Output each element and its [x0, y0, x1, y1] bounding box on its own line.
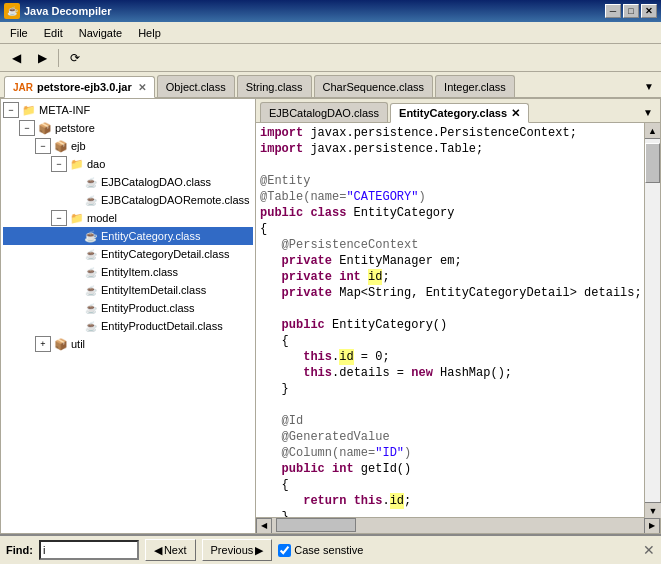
code-line-1: import javax.persistence.PersistenceCont…	[260, 125, 640, 141]
code-line-2: import javax.persistence.Table;	[260, 141, 640, 157]
title-controls[interactable]: ─ □ ✕	[605, 4, 657, 18]
file-tab-string[interactable]: String.class	[237, 75, 312, 97]
tree-toggle-model[interactable]: −	[51, 210, 67, 226]
tree-toggle-ejb[interactable]: −	[35, 138, 51, 154]
code-tab-ejbcatalogdao[interactable]: EJBCatalogDAO.class	[260, 102, 388, 122]
tree-node-petstore[interactable]: − 📦 petstore	[3, 119, 253, 137]
scrollbar-down-btn[interactable]: ▼	[645, 502, 660, 517]
prev-button-label: Next	[164, 544, 187, 556]
tree-label-entityitemdetail: EntityItemDetail.class	[101, 284, 206, 296]
hscroll-track[interactable]	[272, 518, 644, 533]
refresh-button[interactable]: ⟳	[63, 47, 87, 69]
code-tab-entitycategory[interactable]: EntityCategory.class ✕	[390, 103, 529, 123]
tree-label-entitycategorydetail: EntityCategoryDetail.class	[101, 248, 229, 260]
code-view[interactable]: import javax.persistence.PersistenceCont…	[256, 123, 644, 517]
code-line-20: @GeneratedValue	[260, 429, 640, 445]
code-line-18	[260, 397, 640, 413]
prev-button[interactable]: ◀ Next	[145, 539, 196, 561]
tree-node-entitycategory[interactable]: ☕ EntityCategory.class	[3, 227, 253, 245]
back-button[interactable]: ◀	[4, 47, 28, 69]
tree-toggle-util[interactable]: +	[35, 336, 51, 352]
file-tab-charseq-label: CharSequence.class	[323, 81, 425, 93]
code-line-14: {	[260, 333, 640, 349]
menu-navigate[interactable]: Navigate	[71, 25, 130, 41]
menu-edit[interactable]: Edit	[36, 25, 71, 41]
tree-label-entitycategory: EntityCategory.class	[101, 230, 200, 242]
file-tabs-dropdown[interactable]: ▼	[641, 75, 657, 97]
next-button[interactable]: Previous ▶	[202, 539, 273, 561]
hscroll-left-btn[interactable]: ◀	[256, 518, 272, 534]
case-sensitive-label: Case senstive	[294, 544, 363, 556]
tree-node-ejb[interactable]: − 📦 ejb	[3, 137, 253, 155]
tree-node-model[interactable]: − 📁 model	[3, 209, 253, 227]
tree-label-petstore: petstore	[55, 122, 95, 134]
scrollbar-up-btn[interactable]: ▲	[645, 123, 660, 139]
tree-panel[interactable]: − 📁 META-INF − 📦 petstore − 📦 ejb − 📁 da…	[1, 99, 256, 533]
find-label: Find:	[6, 544, 33, 556]
tree-node-meta-inf[interactable]: − 📁 META-INF	[3, 101, 253, 119]
tree-node-entityitemdetail[interactable]: ☕ EntityItemDetail.class	[3, 281, 253, 299]
class-icon: ☕	[83, 174, 99, 190]
hscroll-thumb[interactable]	[276, 518, 356, 532]
tree-toggle-dao[interactable]: −	[51, 156, 67, 172]
file-tab-charseq[interactable]: CharSequence.class	[314, 75, 434, 97]
tree-node-entityproductdetail[interactable]: ☕ EntityProductDetail.class	[3, 317, 253, 335]
code-tabs: EJBCatalogDAO.class EntityCategory.class…	[256, 99, 660, 123]
toolbar-separator	[58, 49, 59, 67]
jar-icon: JAR	[13, 82, 33, 93]
case-sensitive-checkbox[interactable]	[278, 544, 291, 557]
code-line-24: return this.id;	[260, 493, 640, 509]
forward-button[interactable]: ▶	[30, 47, 54, 69]
maximize-button[interactable]: □	[623, 4, 639, 18]
tree-node-entityproduct[interactable]: ☕ EntityProduct.class	[3, 299, 253, 317]
code-tab-ejbcatalogdao-label: EJBCatalogDAO.class	[269, 107, 379, 119]
tree-node-util[interactable]: + 📦 util	[3, 335, 253, 353]
folder-icon-model: 📁	[69, 210, 85, 226]
code-tabs-dropdown[interactable]: ▼	[640, 102, 656, 122]
app-icon: ☕	[4, 3, 20, 19]
code-line-4: @Entity	[260, 173, 640, 189]
file-tab-jar-close[interactable]: ✕	[138, 82, 146, 93]
code-scrollbar[interactable]: ▲ ▼	[644, 123, 660, 517]
menu-help[interactable]: Help	[130, 25, 169, 41]
file-tab-integer[interactable]: Integer.class	[435, 75, 515, 97]
class-icon-entitycategory: ☕	[83, 228, 99, 244]
package-icon-util: 📦	[53, 336, 69, 352]
file-tab-string-label: String.class	[246, 81, 303, 93]
code-line-23: {	[260, 477, 640, 493]
class-icon-remote: ☕	[83, 192, 99, 208]
code-line-10: private int id;	[260, 269, 640, 285]
tree-toggle-petstore[interactable]: −	[19, 120, 35, 136]
tree-node-ejbcatalogdao[interactable]: ☕ EJBCatalogDAO.class	[3, 173, 253, 191]
file-tab-object[interactable]: Object.class	[157, 75, 235, 97]
tree-label-model: model	[87, 212, 117, 224]
find-close-button[interactable]: ✕	[643, 542, 655, 558]
file-tab-jar[interactable]: JAR petstore-ejb3.0.jar ✕	[4, 76, 155, 98]
menu-file[interactable]: File	[2, 25, 36, 41]
tree-toggle-meta-inf[interactable]: −	[3, 102, 19, 118]
tree-node-ejbcatalogdaoremote[interactable]: ☕ EJBCatalogDAORemote.class	[3, 191, 253, 209]
file-tab-object-label: Object.class	[166, 81, 226, 93]
tree-node-entitycategorydetail[interactable]: ☕ EntityCategoryDetail.class	[3, 245, 253, 263]
package-icon-ejb: 📦	[53, 138, 69, 154]
code-line-7: {	[260, 221, 640, 237]
tree-label-entityitem: EntityItem.class	[101, 266, 178, 278]
find-input[interactable]	[39, 540, 139, 560]
next-button-label: Previous	[211, 544, 254, 556]
close-button[interactable]: ✕	[641, 4, 657, 18]
hscroll-bar[interactable]: ◀ ▶	[256, 517, 660, 533]
code-line-25: }	[260, 509, 640, 517]
scrollbar-thumb[interactable]	[645, 143, 660, 183]
folder-icon-dao: 📁	[69, 156, 85, 172]
tree-label-entityproduct: EntityProduct.class	[101, 302, 195, 314]
tree-node-entityitem[interactable]: ☕ EntityItem.class	[3, 263, 253, 281]
next-arrow-icon: ▶	[255, 544, 263, 557]
folder-icon: 📁	[21, 102, 37, 118]
tree-node-dao[interactable]: − 📁 dao	[3, 155, 253, 173]
code-line-13: public EntityCategory()	[260, 317, 640, 333]
hscroll-right-btn[interactable]: ▶	[644, 518, 660, 534]
minimize-button[interactable]: ─	[605, 4, 621, 18]
code-tab-entitycategory-close[interactable]: ✕	[511, 107, 520, 120]
case-sensitive-check[interactable]: Case senstive	[278, 544, 363, 557]
code-line-21: @Column(name="ID")	[260, 445, 640, 461]
